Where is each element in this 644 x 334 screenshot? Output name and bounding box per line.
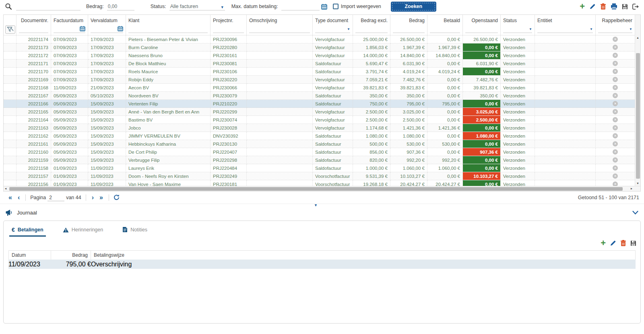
invoice-row[interactable]: 2022116405/09/202315/09/2023Bastimo BVPR… bbox=[4, 116, 635, 124]
calendar-icon[interactable] bbox=[80, 26, 85, 31]
invoice-row[interactable]: 2022115701/09/202311/09/2023Doom - Neefs… bbox=[4, 172, 635, 180]
invoice-row[interactable]: 2022117407/09/202317/09/2023Pieters - Bi… bbox=[4, 35, 635, 43]
add-invoice-icon[interactable]: + bbox=[580, 3, 585, 10]
invoice-row[interactable]: 2022117207/09/202317/09/2023Naessens Bru… bbox=[4, 52, 635, 60]
remove-rappel-icon[interactable]: ✕ bbox=[613, 53, 618, 58]
column-header-omschrijving[interactable]: Omschrijving bbox=[247, 15, 313, 35]
filter-input-openstaand[interactable] bbox=[465, 33, 498, 33]
zoeken-button[interactable]: Zoeken bbox=[391, 2, 436, 12]
export-icon[interactable] bbox=[632, 4, 639, 10]
invoice-row[interactable]: 2022116305/09/202315/09/2023JobcoPRJ2300… bbox=[4, 124, 635, 132]
column-header-documentnr[interactable]: Documentnr. bbox=[17, 15, 51, 35]
column-header-bedrag_excl[interactable]: Bedrag excl. bbox=[353, 15, 390, 35]
save-payment-icon[interactable] bbox=[630, 240, 636, 246]
remove-rappel-icon[interactable]: ✕ bbox=[613, 85, 618, 90]
remove-rappel-icon[interactable]: ✕ bbox=[613, 69, 618, 74]
column-header-betaald[interactable]: Betaald bbox=[427, 15, 463, 35]
invoice-row[interactable]: 2022116005/09/202315/09/2023De Cort Phil… bbox=[4, 148, 635, 156]
invoice-row[interactable]: 2022116105/09/202315/09/2023Hebbinckuys … bbox=[4, 140, 635, 148]
filter-input-rappelbeheer[interactable] bbox=[598, 33, 632, 33]
filter-input-bedrag[interactable] bbox=[393, 33, 425, 33]
column-header-entiteit[interactable]: Entitiet▼ bbox=[535, 15, 596, 35]
search-input[interactable] bbox=[16, 3, 80, 9]
payment-row[interactable]: 11/09/2023795,00 €Overschrijving bbox=[8, 260, 636, 269]
column-header-klant[interactable]: Klant bbox=[126, 15, 211, 35]
invoice-row[interactable]: 2022117007/09/202317/09/2023Roels Mauric… bbox=[4, 68, 635, 76]
remove-rappel-icon[interactable]: ✕ bbox=[613, 61, 618, 66]
remove-rappel-icon[interactable]: ✕ bbox=[613, 173, 618, 179]
tab-notities[interactable]: Notities bbox=[120, 223, 150, 237]
invoice-row[interactable]: 2022116907/09/202317/09/2023Robijn EddyP… bbox=[4, 76, 635, 84]
column-header-type_document[interactable]: Type document▼ bbox=[313, 15, 353, 35]
tab-herinneringen[interactable]: Herinneringen bbox=[60, 224, 106, 237]
invoice-row[interactable]: 2022116605/09/202315/09/2023Vertenten Fi… bbox=[4, 100, 635, 108]
column-header-openstaand[interactable]: Openstaand bbox=[463, 15, 501, 35]
column-header-status[interactable]: Status▼ bbox=[501, 15, 535, 35]
first-page-button[interactable]: « bbox=[6, 194, 15, 202]
print-icon[interactable] bbox=[611, 3, 617, 10]
remove-rappel-icon[interactable]: ✕ bbox=[613, 37, 618, 42]
chevron-down-icon[interactable]: ▼ bbox=[347, 27, 350, 31]
chevron-down-icon[interactable]: ▼ bbox=[590, 27, 593, 31]
calendar-icon[interactable] bbox=[321, 4, 327, 10]
filter-input-documentnr[interactable] bbox=[19, 33, 48, 33]
filter-input-factuurdatum[interactable] bbox=[54, 33, 85, 33]
bedrag-input[interactable] bbox=[107, 3, 134, 9]
add-payment-icon[interactable]: + bbox=[601, 240, 606, 246]
vertical-scroll-thumb[interactable] bbox=[636, 53, 640, 179]
remove-rappel-icon[interactable]: ✕ bbox=[613, 181, 618, 186]
invoice-row[interactable]: 2022115801/09/202311/09/2023Laureys Erik… bbox=[4, 164, 635, 172]
payments-column-betalingswijze[interactable]: Betalingswijze bbox=[91, 250, 636, 260]
invoice-row[interactable]: 2022116505/09/202315/09/2023Anné - Van d… bbox=[4, 108, 635, 116]
remove-rappel-icon[interactable]: ✕ bbox=[613, 141, 618, 146]
next-page-button[interactable]: › bbox=[89, 194, 97, 202]
filter-input-projectnr[interactable] bbox=[213, 33, 244, 33]
scroll-right-icon[interactable]: ▸ bbox=[631, 186, 632, 191]
column-header-vervaldatum[interactable]: Vervaldatum bbox=[88, 15, 126, 35]
invoice-row[interactable]: 2022115601/09/202311/09/2023Van Hove - S… bbox=[4, 180, 635, 186]
filter-input-status[interactable] bbox=[503, 33, 532, 33]
horizontal-scrollbar[interactable]: ◂ ▸ bbox=[4, 186, 640, 191]
column-header-projectnr[interactable]: Projectnr. bbox=[211, 15, 247, 35]
remove-rappel-icon[interactable]: ✕ bbox=[613, 165, 618, 171]
invoice-row[interactable]: 2022117307/09/202317/09/2023Burm Carolin… bbox=[4, 43, 635, 52]
edit-invoice-icon[interactable] bbox=[589, 3, 596, 10]
edit-payment-icon[interactable] bbox=[610, 240, 616, 246]
invoice-row[interactable]: 2022116205/09/202315/09/2023JIMMY VERMEU… bbox=[4, 132, 635, 140]
save-icon[interactable] bbox=[622, 4, 628, 10]
column-header-bedrag[interactable]: Bedrag bbox=[390, 15, 427, 35]
splitter-collapse-icon[interactable]: ▼ bbox=[314, 203, 318, 207]
prev-page-button[interactable]: ‹ bbox=[15, 194, 23, 202]
last-page-button[interactable]: » bbox=[97, 194, 106, 202]
tab-betalingen[interactable]: € Betalingen bbox=[9, 224, 46, 237]
vertical-scrollbar[interactable]: ▲ ▼ bbox=[635, 15, 640, 186]
remove-rappel-icon[interactable]: ✕ bbox=[613, 149, 618, 155]
filter-input-omschrijving[interactable] bbox=[249, 33, 310, 33]
refresh-icon[interactable] bbox=[114, 194, 120, 200]
column-header-factuurdatum[interactable]: Factuurdatum bbox=[51, 15, 88, 35]
filter-input-entiteit[interactable] bbox=[537, 33, 593, 33]
filter-input-vervaldatum[interactable] bbox=[91, 33, 123, 33]
payments-column-bedrag[interactable]: Bedrag bbox=[51, 250, 91, 260]
filter-input-klant[interactable] bbox=[128, 33, 208, 33]
scroll-up-icon[interactable]: ▲ bbox=[635, 36, 640, 39]
invoice-row[interactable]: 2022116811/09/202321/09/2023Aecon BVPRJ2… bbox=[4, 84, 635, 92]
remove-rappel-icon[interactable]: ✕ bbox=[613, 133, 618, 138]
remove-rappel-icon[interactable]: ✕ bbox=[613, 157, 618, 163]
remove-rappel-icon[interactable]: ✕ bbox=[613, 77, 618, 82]
column-header-rappelbeheer[interactable]: Rappelbeheer▼ bbox=[596, 15, 635, 35]
clear-filters-button[interactable] bbox=[5, 25, 15, 34]
calendar-icon[interactable] bbox=[118, 26, 123, 31]
remove-rappel-icon[interactable]: ✕ bbox=[613, 109, 618, 114]
max-datum-input[interactable] bbox=[281, 3, 320, 9]
delete-invoice-icon[interactable] bbox=[600, 3, 606, 10]
collapse-panel-icon[interactable] bbox=[632, 211, 638, 214]
payments-column-datum[interactable]: Datum bbox=[8, 250, 51, 260]
remove-rappel-icon[interactable]: ✕ bbox=[613, 125, 618, 130]
status-select[interactable]: Alle facturen ▼ bbox=[169, 2, 225, 10]
remove-rappel-icon[interactable]: ✕ bbox=[613, 101, 618, 106]
chevron-down-icon[interactable]: ▼ bbox=[529, 27, 532, 31]
scroll-left-icon[interactable]: ◂ bbox=[5, 186, 6, 191]
delete-payment-icon[interactable] bbox=[620, 240, 626, 246]
chevron-down-icon[interactable]: ▼ bbox=[629, 27, 632, 31]
